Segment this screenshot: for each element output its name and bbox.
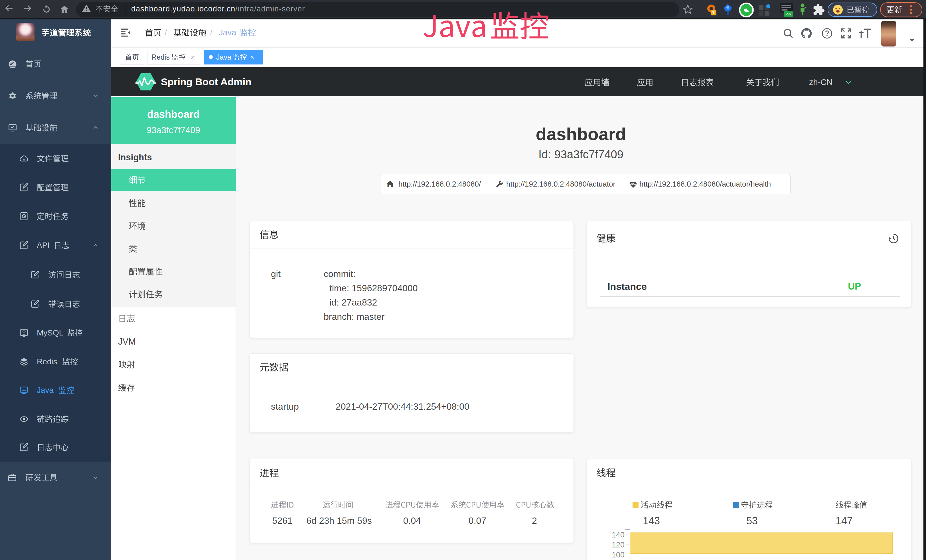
svg-text:on: on — [786, 12, 791, 16]
svg-text:1: 1 — [713, 10, 715, 15]
